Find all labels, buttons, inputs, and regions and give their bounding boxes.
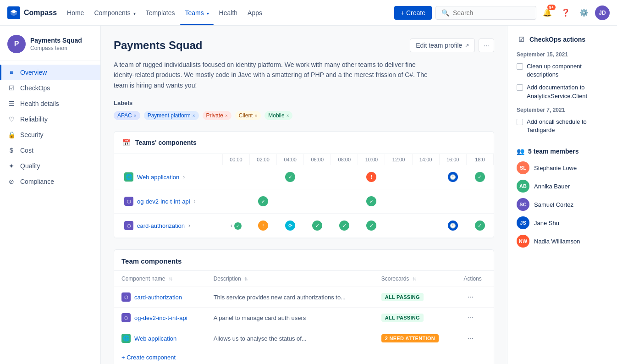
status-dot: ✓ [339, 221, 349, 231]
row-expand-cardauth[interactable]: › [188, 222, 190, 229]
label-client: Client × [235, 111, 261, 120]
notifications-button[interactable]: 🔔 9+ [540, 6, 555, 20]
user-avatar[interactable]: JD [595, 6, 610, 20]
sidebar-nav: ≡ Overview ☑ CheckOps ☰ Health details ♡… [0, 61, 100, 193]
nav-health[interactable]: Health [215, 6, 242, 19]
logo[interactable]: Compass [7, 6, 57, 19]
nav-home[interactable]: Home [62, 6, 88, 19]
nav-components[interactable]: Components ▾ [89, 6, 140, 19]
more-actions-button[interactable]: ··· [479, 39, 494, 52]
comp-name-cell: 🌐 Web application [121, 334, 199, 343]
th-actions: Actions [456, 271, 494, 287]
label-mobile: Mobile × [264, 111, 292, 120]
status-dot: ✓ [366, 196, 376, 206]
team-avatar: P [7, 35, 26, 53]
sort-icon: ⇅ [413, 276, 416, 281]
team-name: Payments Squad [30, 37, 82, 44]
timeline-prev[interactable]: ‹ [231, 222, 232, 229]
settings-button[interactable]: ⚙️ [577, 6, 591, 20]
checkops-checkbox-2[interactable] [517, 84, 523, 91]
row-expand-api[interactable]: › [194, 198, 196, 204]
reliability-nav-icon: ♡ [7, 115, 16, 123]
sidebar-item-reliability[interactable]: ♡ Reliability [0, 111, 100, 127]
comp-actions-api[interactable]: ··· [463, 312, 477, 323]
sidebar-item-security[interactable]: 🔒 Security [0, 127, 100, 143]
create-comp-label: + Create component [121, 354, 176, 361]
nav-apps[interactable]: Apps [243, 6, 267, 19]
status-dot: ✓ [234, 222, 242, 230]
content-area: Payments Squad Edit team profile ↗ ··· A… [101, 26, 507, 364]
member-item: SC Samuel Cortez [517, 198, 608, 211]
timeline-table: 00:00 02:00 04:00 06:00 08:00 10:00 12:0… [114, 154, 494, 238]
sidebar-item-label-checkops: CheckOps [20, 84, 50, 92]
sidebar-item-checkops[interactable]: ☑ CheckOps [0, 80, 100, 96]
checkops-panel-title: ☑ CheckOps actions [517, 35, 608, 44]
create-component-row[interactable]: + Create component [114, 348, 494, 364]
comp-link-webapp[interactable]: Web application [134, 335, 176, 342]
sidebar-item-quality[interactable]: ✦ Quality [0, 158, 100, 174]
member-item: NW Nadia Williamson [517, 235, 608, 248]
components-table: Component name ⇅ Description ⇅ Scorecard… [114, 271, 494, 348]
label-apac-remove[interactable]: × [134, 113, 137, 118]
search-box[interactable]: 🔍 [435, 6, 536, 20]
timeline-th-1400: 14:00 [412, 154, 439, 165]
sidebar-item-compliance[interactable]: ⊘ Compliance [0, 174, 100, 189]
components-table-title: Team components [114, 250, 494, 271]
component-row-api[interactable]: ⬡ og-dev2-inc-t-int-api › [117, 193, 220, 210]
member-name-annika: Annika Bauer [534, 183, 570, 190]
security-nav-icon: 🔒 [7, 131, 16, 139]
nav-templates[interactable]: Templates [141, 6, 180, 19]
label-private-remove[interactable]: × [225, 113, 228, 118]
nav-teams[interactable]: Teams ▾ [180, 6, 213, 19]
row-expand-web[interactable]: › [183, 174, 185, 180]
search-input[interactable] [453, 9, 530, 17]
api-icon: ⬡ [124, 197, 133, 206]
comp-link-api[interactable]: og-dev2-inc-t-int-api [134, 314, 187, 321]
sidebar-item-overview[interactable]: ≡ Overview [0, 65, 100, 80]
sidebar-item-label-health: Health details [20, 100, 59, 107]
timeline-th-0200: 02:00 [250, 154, 277, 165]
sidebar-item-label-compliance: Compliance [20, 178, 54, 185]
table-row: ⬡ card-authorization › ‹ ✓ [114, 214, 494, 238]
member-avatar-annika: AB [517, 180, 529, 193]
sidebar-item-cost[interactable]: $ Cost [0, 143, 100, 158]
component-row-cardauth[interactable]: ⬡ card-authorization › [117, 217, 220, 234]
page-header: Payments Squad Edit team profile ↗ ··· [114, 39, 494, 52]
checkops-item: Clean up component descriptions [517, 62, 608, 79]
table-row: ⬡ card-authorization This service provid… [114, 287, 494, 308]
create-button[interactable]: + Create [394, 6, 432, 20]
comp-actions-cardauth[interactable]: ··· [463, 291, 477, 303]
page-title: Payments Squad [114, 39, 202, 52]
top-navigation: Compass Home Components ▾ Templates Team… [0, 0, 617, 26]
logo-text: Compass [24, 9, 57, 17]
edit-profile-button[interactable]: Edit team profile ↗ [410, 39, 475, 52]
comp-link-cardauth[interactable]: card-authorization [134, 294, 182, 301]
timeline-header: 📅 Teams' components [114, 132, 494, 154]
checkops-panel-icon: ☑ [517, 35, 526, 44]
member-name-samuel: Samuel Cortez [534, 201, 573, 208]
label-payment-remove[interactable]: × [193, 113, 195, 118]
comp-actions-webapp[interactable]: ··· [463, 332, 477, 344]
component-row-web[interactable]: 🌐 Web application › [117, 169, 220, 185]
checkops-text-2: Add documentation to AnalyticsService.Cl… [527, 83, 608, 100]
sidebar-item-health-details[interactable]: ☰ Health details [0, 96, 100, 111]
checkops-checkbox-3[interactable] [517, 119, 523, 125]
checkops-checkbox-1[interactable] [517, 63, 523, 70]
team-members-icon: 👥 [517, 148, 524, 155]
team-subtitle: Compass team [30, 45, 82, 51]
label-mobile-remove[interactable]: × [286, 113, 289, 118]
quality-nav-icon: ✦ [7, 162, 16, 170]
member-avatar-jane: JS [517, 216, 529, 229]
label-private: Private × [203, 111, 231, 120]
help-button[interactable]: ❓ [558, 6, 573, 20]
overview-icon: ≡ [7, 68, 16, 77]
table-row: ⬡ og-dev2-inc-t-int-api › ✓ [114, 189, 494, 214]
main-inner: Payments Squad Edit team profile ↗ ··· A… [101, 26, 617, 364]
components-chevron: ▾ [133, 11, 136, 16]
timeline-th-0600: 06:00 [304, 154, 331, 165]
label-client-remove[interactable]: × [254, 113, 257, 118]
comp-name-cell: ⬡ og-dev2-inc-t-int-api [121, 313, 199, 322]
checkops-item: Add documentation to AnalyticsService.Cl… [517, 83, 608, 100]
timeline-title: Teams' components [135, 139, 197, 146]
sidebar-item-label-reliability: Reliability [20, 116, 48, 123]
